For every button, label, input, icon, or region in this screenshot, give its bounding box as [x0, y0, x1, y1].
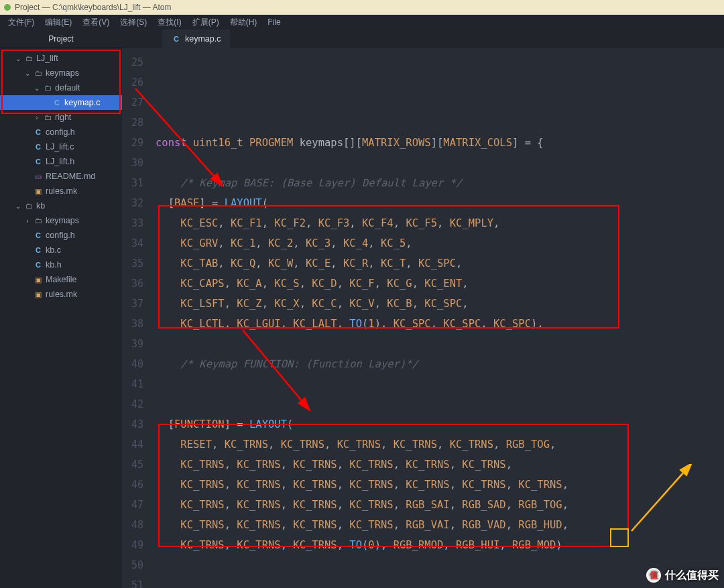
- code-body[interactable]: const uint16_t PROGMEM keymaps[][MATRIX_…: [149, 48, 724, 588]
- tree-item-makefile[interactable]: ▣Makefile: [0, 272, 122, 287]
- gutter: 25 26 27 28 29 30 31 32 33 34 35 36 37 3…: [122, 48, 149, 588]
- window-title: Project — C:\qmk\keyboards\LJ_lift — Ato…: [15, 3, 171, 12]
- tree-item-label: default: [55, 83, 80, 93]
- c-file-icon: C: [34, 231, 43, 240]
- tree-item-label: rules.mk: [46, 290, 77, 299]
- menu-find[interactable]: 查找(I): [152, 17, 186, 28]
- tree-item-rules-mk[interactable]: ▣rules.mk: [0, 287, 122, 302]
- tree-item-config-h[interactable]: Cconfig.h: [0, 228, 122, 243]
- tree-item-right[interactable]: ›🗀right: [0, 110, 122, 125]
- chevron-right-icon: ›: [34, 114, 40, 121]
- svg-line-2: [631, 471, 685, 531]
- tree-item-lj-lift-h[interactable]: CLJ_lift.h: [0, 154, 122, 169]
- tree-item-label: config.h: [46, 127, 75, 137]
- sidebar: Project ⌄🗀LJ_lift⌄🗀keymaps⌄🗀defaultCkeym…: [0, 30, 122, 588]
- chevron-down-icon: ⌄: [24, 70, 31, 77]
- tree-item-config-h[interactable]: Cconfig.h: [0, 125, 122, 139]
- tree-item-keymaps[interactable]: ›🗀keymaps: [0, 213, 122, 228]
- tree-item-label: rules.mk: [46, 186, 77, 196]
- mk-file-icon: ▣: [34, 290, 43, 299]
- tree-item-lj-lift[interactable]: ⌄🗀LJ_lift: [0, 51, 122, 66]
- tree-item-label: LJ_lift.h: [46, 157, 74, 166]
- tree-item-kb-c[interactable]: Ckb.c: [0, 243, 122, 257]
- tree-item-label: kb: [36, 201, 45, 211]
- tree-item-label: keymap.c: [64, 98, 101, 107]
- folder-icon: 🗀: [43, 113, 52, 122]
- watermark-icon: 值: [646, 568, 661, 583]
- annotation-arrow-2: [229, 323, 330, 424]
- menu-edit[interactable]: 编辑(E): [40, 17, 77, 28]
- mk-file-icon: ▣: [34, 186, 43, 196]
- tab-keymap-c[interactable]: C keymap.c: [162, 30, 231, 48]
- annotation-box-paren: [610, 528, 629, 547]
- c-file-icon: C: [52, 98, 62, 107]
- c-file-icon: C: [34, 142, 43, 152]
- tree-item-keymap-c[interactable]: Ckeymap.c: [0, 95, 122, 110]
- c-file-icon: C: [172, 34, 181, 44]
- menu-view[interactable]: 查看(V): [77, 17, 115, 28]
- chevron-down-icon: ⌄: [15, 202, 21, 210]
- tree-item-keymaps[interactable]: ⌄🗀keymaps: [0, 66, 122, 80]
- tree-item-lj-lift-c[interactable]: CLJ_lift.c: [0, 139, 122, 154]
- tree-item-rules-mk[interactable]: ▣rules.mk: [0, 184, 122, 198]
- md-file-icon: ▭: [34, 172, 43, 181]
- c-file-icon: C: [34, 157, 43, 166]
- folder-icon: 🗀: [24, 54, 34, 63]
- annotation-arrow-3: [625, 464, 705, 544]
- menu-file-en[interactable]: File: [262, 17, 286, 27]
- mk-file-icon: ▣: [34, 275, 43, 284]
- folder-icon: 🗀: [34, 216, 43, 225]
- svg-line-1: [243, 330, 310, 410]
- tabbar: C keymap.c: [122, 30, 724, 48]
- file-tree: ⌄🗀LJ_lift⌄🗀keymaps⌄🗀defaultCkeymap.c›🗀ri…: [0, 48, 122, 302]
- menu-help[interactable]: 帮助(H): [225, 17, 263, 28]
- menu-file[interactable]: 文件(F): [3, 17, 40, 28]
- tree-item-label: right: [55, 113, 71, 122]
- tree-item-label: LJ_lift.c: [46, 142, 74, 152]
- tree-item-label: keymaps: [46, 68, 79, 78]
- folder-icon: 🗀: [43, 83, 52, 93]
- folder-icon: 🗀: [24, 201, 34, 211]
- editor: C keymap.c 25 26 27 28 29 30 31 32 33 34…: [122, 30, 724, 588]
- tree-item-default[interactable]: ⌄🗀default: [0, 80, 122, 95]
- code-area[interactable]: 25 26 27 28 29 30 31 32 33 34 35 36 37 3…: [122, 48, 724, 588]
- chevron-right-icon: ›: [24, 217, 31, 225]
- tree-item-label: LJ_lift: [36, 54, 58, 63]
- tree-item-readme-md[interactable]: ▭README.md: [0, 169, 122, 184]
- menu-packages[interactable]: 扩展(P): [187, 17, 225, 28]
- menubar: 文件(F) 编辑(E) 查看(V) 选择(S) 查找(I) 扩展(P) 帮助(H…: [0, 15, 724, 30]
- tree-item-kb[interactable]: ⌄🗀kb: [0, 198, 122, 213]
- chevron-down-icon: ⌄: [34, 84, 40, 92]
- tree-item-label: kb.h: [46, 260, 62, 270]
- c-file-icon: C: [34, 260, 43, 270]
- tree-item-kb-h[interactable]: Ckb.h: [0, 257, 122, 272]
- c-file-icon: C: [34, 127, 43, 137]
- chevron-down-icon: ⌄: [15, 55, 21, 62]
- sidebar-header: Project: [0, 30, 122, 48]
- menu-select[interactable]: 选择(S): [115, 17, 152, 28]
- workspace: Project ⌄🗀LJ_lift⌄🗀keymaps⌄🗀defaultCkeym…: [0, 30, 724, 588]
- folder-icon: 🗀: [34, 68, 43, 78]
- tree-item-label: keymaps: [46, 216, 79, 225]
- app-icon: [4, 4, 11, 11]
- tree-item-label: kb.c: [46, 245, 61, 255]
- tree-item-label: README.md: [46, 172, 95, 181]
- watermark-text: 什么值得买: [665, 569, 719, 583]
- tab-label: keymap.c: [185, 34, 221, 44]
- c-file-icon: C: [34, 245, 43, 255]
- watermark: 值 什么值得买: [646, 568, 719, 583]
- tree-item-label: config.h: [46, 231, 75, 240]
- window-titlebar: Project — C:\qmk\keyboards\LJ_lift — Ato…: [0, 0, 724, 15]
- tree-item-label: Makefile: [46, 275, 77, 284]
